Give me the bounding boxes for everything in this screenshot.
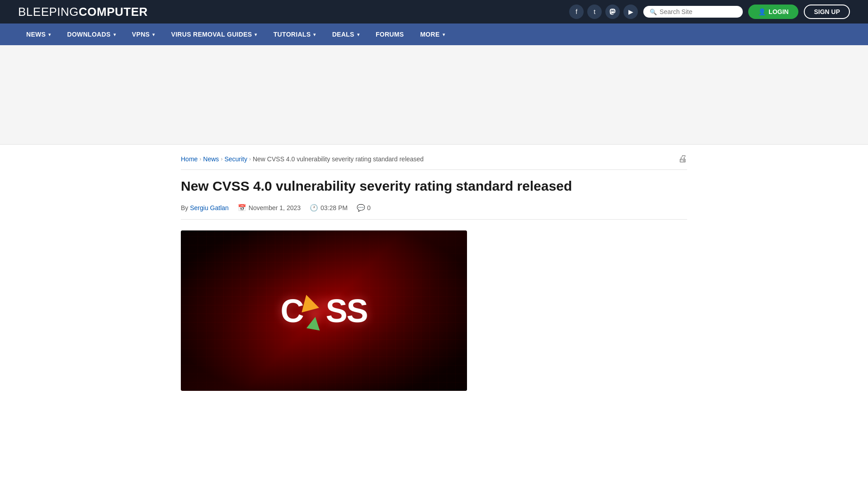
cvss-v: V bbox=[303, 292, 326, 329]
youtube-icon[interactable]: ▶ bbox=[623, 5, 638, 19]
nav-item-tutorials[interactable]: TUTORIALS ▾ bbox=[265, 23, 324, 45]
nav-item-news[interactable]: NEWS ▾ bbox=[18, 23, 59, 45]
search-icon: 🔍 bbox=[650, 9, 657, 15]
chevron-down-icon: ▾ bbox=[443, 32, 445, 37]
chevron-down-icon: ▾ bbox=[313, 32, 316, 37]
twitter-icon[interactable]: t bbox=[587, 5, 602, 19]
article-hero-image: C V SS bbox=[181, 230, 467, 391]
chevron-down-icon: ▾ bbox=[113, 32, 116, 37]
article-meta: By Sergiu Gatlan 📅 November 1, 2023 🕐 03… bbox=[181, 204, 687, 220]
main-content: Home › News › Security › New CVSS 4.0 vu… bbox=[163, 145, 705, 400]
clock-icon: 🕐 bbox=[310, 204, 318, 212]
signup-button[interactable]: SIGN UP bbox=[804, 5, 850, 19]
nav-item-downloads[interactable]: DOWNLOADS ▾ bbox=[59, 23, 124, 45]
search-bar[interactable]: 🔍 bbox=[643, 6, 743, 18]
facebook-icon[interactable]: f bbox=[569, 5, 584, 19]
print-icon[interactable]: 🖨 bbox=[678, 154, 687, 164]
breadcrumb-home[interactable]: Home bbox=[181, 155, 198, 163]
logo-bold: COMPUTER bbox=[79, 5, 148, 19]
breadcrumb-sep-3: › bbox=[249, 156, 251, 162]
article-date: 📅 November 1, 2023 bbox=[238, 204, 301, 212]
logo-regular: BLEEPING bbox=[18, 5, 79, 19]
nav-item-vpns[interactable]: VPNS ▾ bbox=[124, 23, 163, 45]
breadcrumb-current: New CVSS 4.0 vulnerability severity rati… bbox=[253, 155, 424, 163]
site-header: BLEEPINGCOMPUTER f t ▶ 🔍 👤 LOGIN SIGN bbox=[0, 0, 868, 23]
chevron-down-icon: ▾ bbox=[48, 32, 51, 37]
article-comments[interactable]: 💬 0 bbox=[357, 204, 371, 212]
header-right: f t ▶ 🔍 👤 LOGIN SIGN UP bbox=[569, 5, 850, 19]
advertisement-banner bbox=[0, 45, 868, 145]
chevron-down-icon: ▾ bbox=[357, 32, 359, 37]
login-button[interactable]: 👤 LOGIN bbox=[748, 5, 798, 19]
site-logo[interactable]: BLEEPINGCOMPUTER bbox=[18, 5, 148, 19]
calendar-icon: 📅 bbox=[238, 204, 246, 212]
breadcrumb: Home › News › Security › New CVSS 4.0 vu… bbox=[181, 154, 687, 170]
social-icons: f t ▶ bbox=[569, 5, 638, 19]
main-nav: NEWS ▾ DOWNLOADS ▾ VPNS ▾ VIRUS REMOVAL … bbox=[0, 23, 868, 45]
breadcrumb-news[interactable]: News bbox=[203, 155, 219, 163]
article-time: 🕐 03:28 PM bbox=[310, 204, 348, 212]
cvss-logo: C V SS bbox=[280, 292, 367, 329]
breadcrumb-security[interactable]: Security bbox=[224, 155, 247, 163]
author-link[interactable]: Sergiu Gatlan bbox=[190, 204, 229, 211]
nav-item-deals[interactable]: DEALS ▾ bbox=[324, 23, 368, 45]
article-title: New CVSS 4.0 vulnerability severity rati… bbox=[181, 177, 687, 195]
by-label: By Sergiu Gatlan bbox=[181, 204, 229, 211]
mastodon-icon[interactable] bbox=[605, 5, 620, 19]
chevron-down-icon: ▾ bbox=[255, 32, 257, 37]
nav-item-more[interactable]: MORE ▾ bbox=[412, 23, 453, 45]
comment-icon: 💬 bbox=[357, 204, 365, 212]
breadcrumb-left: Home › News › Security › New CVSS 4.0 vu… bbox=[181, 155, 424, 163]
nav-item-virus-removal[interactable]: VIRUS REMOVAL GUIDES ▾ bbox=[163, 23, 265, 45]
breadcrumb-sep-2: › bbox=[221, 156, 222, 162]
chevron-down-icon: ▾ bbox=[152, 32, 155, 37]
search-input[interactable] bbox=[660, 8, 736, 15]
nav-item-forums[interactable]: FORUMS bbox=[368, 23, 412, 45]
user-icon: 👤 bbox=[758, 8, 766, 15]
cvss-ss: SS bbox=[326, 292, 367, 329]
breadcrumb-sep-1: › bbox=[199, 156, 201, 162]
